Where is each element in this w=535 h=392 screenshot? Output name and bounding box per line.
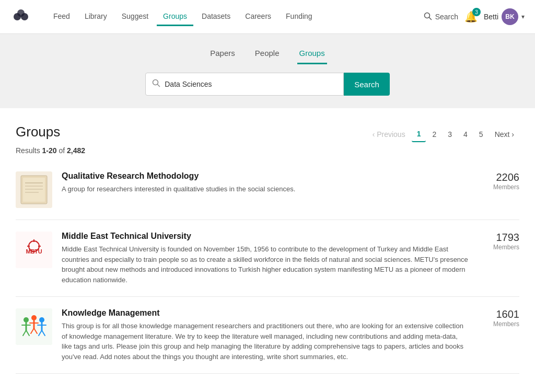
results-section: Groups Results 1-20 of 2,482 [16,124,85,155]
table-row: Knowledge Management This group is for a… [16,297,519,374]
svg-rect-9 [23,178,45,202]
group-description: A group for researchers interested in qu… [62,184,468,194]
group-info: Knowledge Management This group is for a… [62,308,468,362]
nav-datasets[interactable]: Datasets [195,8,237,26]
top-navigation: Feed Library Suggest Groups Datasets Car… [0,0,535,34]
next-label: Next [495,130,510,139]
group-description: This group is for all those knowledge ma… [62,321,468,362]
group-name[interactable]: Knowledge Management [62,308,468,318]
chevron-left-icon: ‹ [373,130,375,139]
svg-line-4 [429,17,431,19]
group-description: Middle East Technical University is foun… [62,244,468,285]
page-button-4[interactable]: 4 [458,127,473,142]
avatar: BK [502,8,518,25]
nav-funding[interactable]: Funding [280,8,319,26]
group-thumbnail [16,171,52,208]
search-tabs: Papers People Groups [0,44,535,64]
page-button-1[interactable]: 1 [412,126,426,142]
group-stats: 2206 Members [478,171,519,191]
member-label: Members [478,320,519,328]
group-stats: 1793 Members [478,232,519,251]
table-row: Qualitative Research Methodology A group… [16,160,519,220]
results-label: Results [16,146,40,155]
user-name: Betti [484,13,498,21]
pagination: ‹ Previous 1 2 3 4 5 Next › [367,126,519,142]
results-header-row: Groups Results 1-20 of 2,482 ‹ Previous … [16,124,519,155]
search-banner: Papers People Groups Search [0,34,535,108]
notification-count: 3 [472,8,481,16]
results-of: of [59,146,67,155]
group-name[interactable]: Qualitative Research Methodology [62,171,468,181]
tab-papers[interactable]: Papers [208,44,237,64]
nav-right: Search 🔔 3 Betti BK ▾ [424,8,525,25]
group-info: Middle East Technical University Middle … [62,232,468,285]
group-stats: 1601 Members [478,308,519,328]
search-box-row: Search [0,73,535,108]
table-row: METU Middle East Technical University Mi… [16,220,519,297]
nav-groups[interactable]: Groups [157,8,193,26]
chevron-right-icon: › [511,130,514,139]
results-range: 1-20 [42,146,57,155]
group-name[interactable]: Middle East Technical University [62,232,468,241]
next-page-button[interactable]: Next › [490,127,519,142]
group-thumbnail [16,308,52,345]
groups-list: Qualitative Research Methodology A group… [16,160,519,374]
member-count: 2206 [478,171,519,183]
search-icon [424,12,432,22]
notifications-bell[interactable]: 🔔 3 [464,10,478,23]
nav-links: Feed Library Suggest Groups Datasets Car… [47,8,424,26]
results-info: Results 1-20 of 2,482 [16,146,85,155]
page-button-5[interactable]: 5 [474,127,489,142]
nav-search-button[interactable]: Search [424,12,458,22]
tab-groups[interactable]: Groups [297,44,327,64]
svg-line-6 [158,85,160,87]
chevron-down-icon: ▾ [521,13,525,20]
nav-careers[interactable]: Careers [239,8,277,26]
results-total: 2,482 [67,146,85,155]
nav-feed[interactable]: Feed [47,8,76,26]
search-box [145,73,344,96]
svg-point-2 [17,9,25,17]
tab-people[interactable]: People [253,44,282,64]
search-input[interactable] [165,80,337,88]
member-count: 1793 [478,232,519,244]
main-content: Groups Results 1-20 of 2,482 ‹ Previous … [0,108,535,389]
prev-label: Previous [377,130,405,139]
member-count: 1601 [478,308,519,320]
member-label: Members [478,244,519,251]
search-button[interactable]: Search [344,73,390,96]
logo[interactable] [10,6,31,27]
page-button-2[interactable]: 2 [427,127,441,142]
page-button-3[interactable]: 3 [443,127,457,142]
group-thumbnail: METU [16,232,52,268]
page-title: Groups [16,124,85,140]
prev-page-button[interactable]: ‹ Previous [367,127,411,142]
group-info: Qualitative Research Methodology A group… [62,171,468,194]
nav-suggest[interactable]: Suggest [115,8,155,26]
member-label: Members [478,183,519,191]
user-menu[interactable]: Betti BK ▾ [484,8,525,25]
nav-library[interactable]: Library [78,8,113,26]
search-icon [152,79,160,89]
nav-search-label: Search [435,13,458,21]
